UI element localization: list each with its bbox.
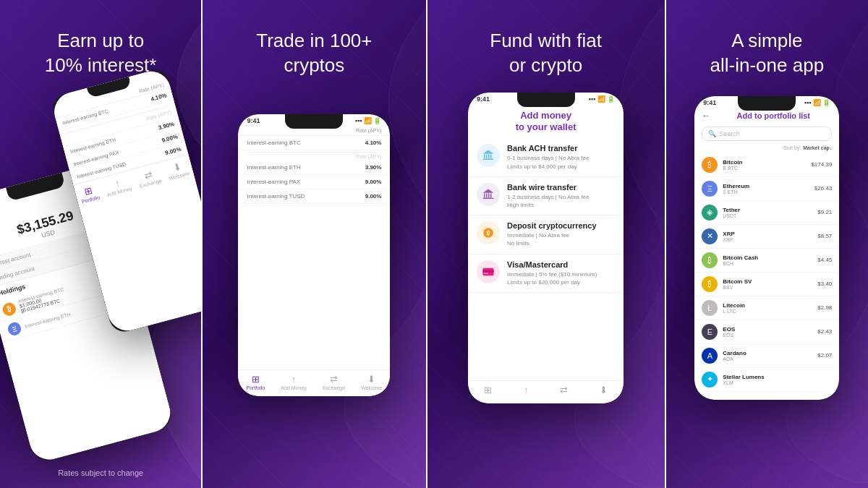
nav-2-4[interactable]: ↑ [524, 385, 529, 396]
svg-rect-0 [483, 159, 494, 160]
phones-container: USD ▪▪▪ 📶 ☰ ♟ $3,155.29 USD Interest acc… [0, 78, 201, 468]
list-item-bsv[interactable]: ₿ Bitcoin SV BSV $3.40 [694, 273, 839, 296]
usdt-coin-icon: ◈ [702, 205, 718, 221]
card-icon [477, 260, 500, 283]
list-item-btc[interactable]: ₿ Bitcoin B BTC $174.39 [694, 153, 839, 177]
pax-row-3: Interest-earning PAX 9.00% [238, 175, 390, 189]
sort-label: Sort by: [783, 145, 801, 150]
phone-screen-4: 9:41 ▪▪▪ 📶 🔋 Add moneyto your wallet [468, 93, 624, 403]
bsv-crypto-price: $3.40 [817, 281, 832, 287]
xlm-crypto-name: Stellar Lumens [723, 374, 832, 380]
wire-option[interactable]: Bank wire transfer 1-2 business days | N… [468, 177, 624, 215]
ltc-crypto-name: Litecoin [723, 302, 817, 309]
crypto-desc: Immediate | No Abra feeNo limits [507, 231, 596, 247]
btc-row-3: Interest-earning BTC 4.10% [238, 136, 390, 150]
ada-coin-icon: A [702, 348, 718, 364]
search-placeholder: Search [719, 130, 740, 137]
phone-screen-5: 9:41 ▪▪▪ 📶 🔋 ← Add to portfolio list 🔍 S… [694, 96, 839, 400]
nav-welcome[interactable]: ⬇ Welcome [166, 159, 190, 181]
tusd-name-3: Interest-earning TUSD [247, 193, 345, 200]
crypto-title: Deposit cryptocurrency [507, 221, 596, 230]
ach-desc: 0-1 business days | No Abra feeLimits up… [507, 154, 589, 170]
crypto-list: ₿ Bitcoin B BTC $174.39 Ξ Ethereum Ξ ETH [694, 153, 839, 400]
bch-ticker: BCH [723, 261, 817, 266]
svg-rect-10 [490, 193, 492, 197]
pax-name-3: Interest-earning PAX [247, 179, 345, 185]
add-icon-3: ↑ [292, 374, 297, 385]
tusd-rate-3: 9.00% [345, 193, 381, 200]
bsv-crypto-info: Bitcoin SV BSV [723, 278, 817, 290]
usdt-crypto-info: Tether USDT [723, 207, 817, 218]
list-item-ada[interactable]: A Cardano ADA $2.07 [694, 344, 839, 368]
nav-welcome-3[interactable]: ⬇ Welcome [361, 374, 382, 390]
phone-screen-3: 9:41 ▪▪▪ 📶 🔋 Rate (APY) Interest-earning… [238, 114, 390, 396]
bch-crypto-info: Bitcoin Cash BCH [723, 254, 817, 266]
svg-rect-7 [484, 193, 485, 197]
time-5: 9:41 [703, 99, 716, 106]
back-arrow[interactable]: ← [702, 111, 710, 121]
wire-desc: 1-2 business days | No Abra feeHigh limi… [507, 193, 589, 209]
list-item-bch[interactable]: ₿ Bitcoin Cash BCH $4.45 [694, 249, 839, 273]
panel4-headline: A simple all-in-one app [696, 29, 839, 78]
list-item-xrp[interactable]: ✕ XRP XRP $8.57 [694, 225, 839, 249]
xlm-crypto-info: Stellar Lumens XLM [723, 374, 832, 385]
crypto-icon: ₿ [477, 221, 500, 244]
nav-3-4[interactable]: ⇄ [560, 385, 568, 396]
eth-crypto-info: Ethereum Ξ ETH [723, 183, 814, 194]
ach-option[interactable]: Bank ACH transfer 0-1 business days | No… [468, 138, 624, 176]
eth-rate-3: 3.90% [345, 164, 381, 171]
exchange-icon-3: ⇄ [330, 374, 338, 385]
nav-exchange-3[interactable]: ⇄ Exchange [323, 374, 345, 390]
bottom-nav-3: ⊞ Portfolio ↑ Add Money ⇄ Exchange ⬇ Wel… [238, 369, 390, 396]
card-option[interactable]: Visa/Mastercard Immediate | 5% fee ($10 … [468, 254, 624, 293]
crypto-option[interactable]: ₿ Deposit cryptocurrency Immediate | No … [468, 215, 624, 254]
ach-text: Bank ACH transfer 0-1 business days | No… [507, 144, 589, 170]
svg-rect-16 [484, 273, 488, 274]
eth-row-3: Interest-earning ETH 3.90% [238, 160, 390, 175]
card-desc: Immediate | 5% fee ($10 minimum)Limits u… [507, 270, 597, 286]
ltc-crypto-price: $2.98 [817, 304, 832, 311]
eos-ticker: EOS [723, 333, 817, 338]
btc-crypto-name: Bitcoin [723, 159, 811, 166]
xlm-coin-icon: ✦ [702, 372, 718, 388]
visa-mastercard-icon [482, 265, 495, 278]
btc-rate-3: 4.10% [345, 140, 381, 146]
list-item-xlm[interactable]: ✦ Stellar Lumens XLM [694, 368, 839, 392]
welcome-icon-3: ⬇ [367, 374, 375, 385]
list-item-ltc[interactable]: Ł Litecoin L LTC $2.98 [694, 296, 839, 320]
nav-4-4[interactable]: ⬇ [600, 385, 608, 396]
eos-crypto-name: EOS [723, 326, 817, 333]
xlm-ticker: XLM [723, 380, 832, 385]
eos-crypto-info: EOS EOS [723, 326, 817, 338]
crypto-deposit-icon: ₿ [482, 226, 495, 239]
nav-icon-4-4: ⬇ [600, 385, 608, 395]
exchange-icon: ⇄ [143, 168, 154, 181]
eth-crypto-price: $26.43 [814, 185, 832, 192]
nav-1-4[interactable]: ⊞ [484, 385, 492, 396]
card-text: Visa/Mastercard Immediate | 5% fee ($10 … [507, 260, 597, 286]
svg-rect-15 [483, 270, 494, 272]
wire-title: Bank wire transfer [507, 183, 589, 192]
nav-portfolio-3[interactable]: ⊞ Portfolio [246, 374, 265, 390]
portfolio-icon-3: ⊞ [252, 374, 260, 385]
svg-marker-11 [483, 189, 494, 192]
sort-arrow-icon[interactable]: ↓ [830, 145, 833, 150]
list-item-usdt[interactable]: ◈ Tether USDT $9.21 [694, 201, 839, 225]
wire-text: Bank wire transfer 1-2 business days | N… [507, 183, 589, 209]
nav-add-money[interactable]: ↑ Add Money [103, 174, 132, 197]
panel-trade-cryptos: Trade in 100+ cryptos 9:41 ▪▪▪ 📶 🔋 Rate … [203, 0, 426, 488]
svg-rect-6 [483, 197, 494, 199]
nav-add-3[interactable]: ↑ Add Money [281, 374, 306, 390]
btc-ticker: B BTC [723, 166, 811, 171]
panel3-headline: Fund with fiat or crypto [475, 29, 616, 78]
time-3: 9:41 [247, 117, 260, 124]
panel1-sub: Rates subject to change [58, 468, 143, 477]
usdt-crypto-name: Tether [723, 207, 817, 213]
search-bar[interactable]: 🔍 Search [702, 127, 832, 141]
list-item-eos[interactable]: E EOS EOS $2.43 [694, 320, 839, 344]
list-item-eth[interactable]: Ξ Ethereum Ξ ETH $26.43 [694, 177, 839, 201]
phone-notch-4 [517, 93, 575, 107]
wire-icon [477, 183, 500, 206]
nav-exchange[interactable]: ⇄ Exchange [136, 166, 162, 188]
nav-portfolio[interactable]: ⊞ Portfolio [78, 183, 101, 204]
